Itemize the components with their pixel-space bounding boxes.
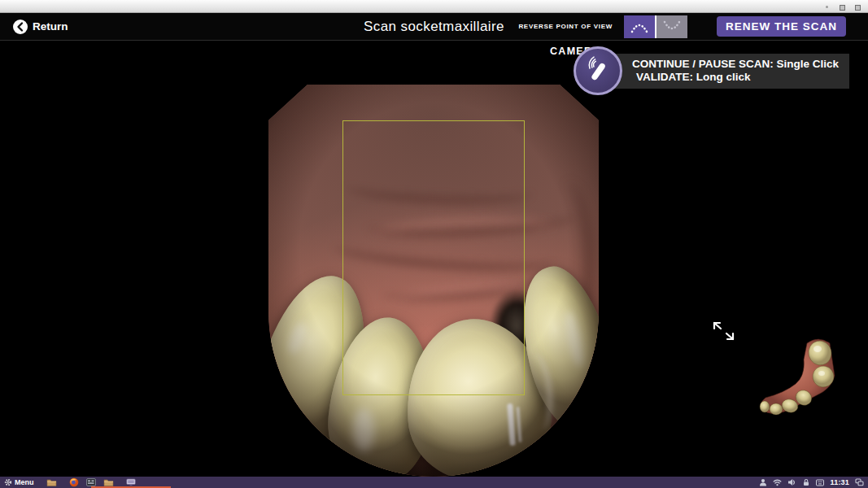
maxillary-arch-button[interactable] (624, 15, 655, 38)
terminal-icon (86, 478, 96, 486)
return-button[interactable]: Return (13, 20, 68, 34)
session-icon[interactable] (855, 478, 864, 486)
firefox-launcher[interactable] (69, 477, 79, 487)
renew-scan-button[interactable]: RENEW THE SCAN (717, 16, 846, 37)
minimize-icon[interactable] (826, 6, 828, 8)
scanner-wand-icon (574, 46, 622, 95)
file-manager-launcher[interactable] (46, 478, 57, 487)
desktop: Return Scan socketmaxillaire REVERSE POI… (0, 0, 868, 488)
return-label: Return (33, 20, 68, 33)
scan-region-box (342, 120, 525, 395)
reverse-point-of-view-label: REVERSE POINT OF VIEW (518, 23, 613, 30)
folder-icon (46, 478, 57, 487)
instruction-line-1: CONTINUE / PAUSE SCAN: Single Click (632, 58, 839, 71)
page-title: Scan socketmaxillaire (364, 19, 504, 35)
system-tray: 11:31 (759, 478, 864, 486)
gear-icon (4, 478, 12, 486)
mandibular-arch-button[interactable] (656, 15, 687, 38)
folder-icon (103, 478, 114, 487)
maximize-icon[interactable] (840, 5, 845, 11)
scanner-instructions: CONTINUE / PAUSE SCAN: Single Click VALI… (574, 46, 849, 95)
specular-highlight (353, 408, 374, 452)
camera-viewport (268, 85, 599, 477)
app-top-bar: Return Scan socketmaxillaire REVERSE POI… (0, 13, 868, 41)
wifi-icon[interactable] (773, 478, 782, 486)
clock[interactable]: 11:31 (830, 478, 849, 486)
menu-label: Menu (15, 478, 34, 486)
taskbar: Menu (0, 477, 868, 488)
resize-cursor-icon (708, 317, 740, 350)
window-title-strip (0, 0, 868, 13)
maxillary-arch-icon (629, 19, 650, 35)
top-bar-right-group: REVERSE POINT OF VIEW RENEW THE SCAN (518, 15, 846, 38)
keyboard-icon[interactable] (816, 479, 824, 486)
scan-preview-3d[interactable] (753, 333, 844, 426)
active-window-task[interactable] (126, 478, 136, 486)
chevron-left-icon (13, 20, 28, 34)
menu-button[interactable]: Menu (4, 478, 34, 486)
instruction-line-2: VALIDATE: Long click (636, 71, 839, 84)
firefox-icon (69, 477, 79, 487)
documents-launcher[interactable] (103, 478, 114, 487)
close-icon[interactable] (855, 5, 861, 11)
monitor-icon (126, 478, 136, 486)
lock-icon[interactable] (802, 478, 810, 486)
instruction-panel: CONTINUE / PAUSE SCAN: Single Click VALI… (614, 54, 849, 89)
terminal-launcher[interactable] (86, 478, 96, 486)
mandibular-arch-icon (661, 19, 683, 35)
volume-icon[interactable] (787, 478, 796, 486)
user-icon[interactable] (759, 478, 767, 486)
arch-view-toggle (624, 15, 687, 38)
